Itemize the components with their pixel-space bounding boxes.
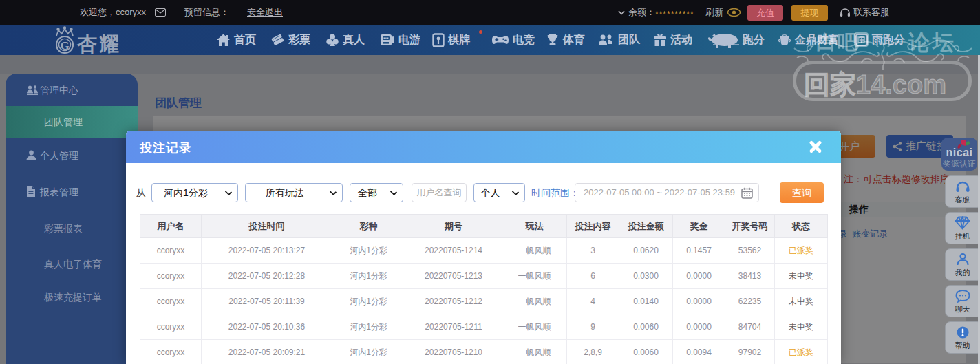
svg-text:G: G — [60, 39, 69, 52]
